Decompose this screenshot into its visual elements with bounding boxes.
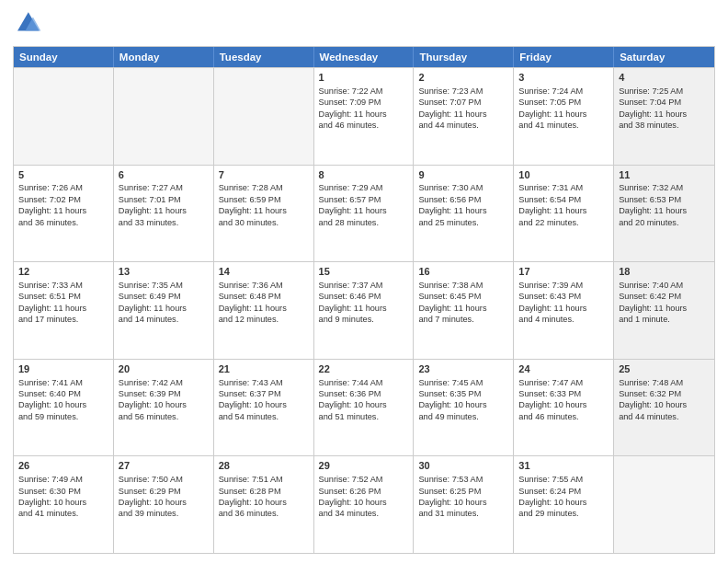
header bbox=[13, 9, 715, 39]
cell-line: and 59 minutes. bbox=[18, 411, 108, 422]
cell-line: Sunset: 6:48 PM bbox=[219, 291, 309, 302]
cell-line: and 39 minutes. bbox=[119, 508, 209, 519]
cell-line: Sunrise: 7:50 AM bbox=[119, 474, 209, 485]
cell-line: and 46 minutes. bbox=[518, 411, 609, 422]
day-number: 30 bbox=[418, 459, 508, 473]
cell-line: Sunrise: 7:33 AM bbox=[18, 280, 108, 291]
calendar-cell-13: 13Sunrise: 7:35 AMSunset: 6:49 PMDayligh… bbox=[114, 262, 214, 359]
cell-line: Sunrise: 7:32 AM bbox=[619, 182, 710, 193]
cell-line: and 25 minutes. bbox=[418, 217, 508, 228]
header-day-saturday: Saturday bbox=[614, 47, 714, 67]
cell-line: Sunset: 6:24 PM bbox=[518, 486, 609, 497]
cell-line: Daylight: 10 hours bbox=[418, 497, 508, 508]
cell-line: Sunrise: 7:28 AM bbox=[219, 182, 309, 193]
calendar-cell-26: 26Sunrise: 7:49 AMSunset: 6:30 PMDayligh… bbox=[14, 456, 114, 553]
cell-line: Daylight: 10 hours bbox=[418, 399, 508, 410]
day-number: 24 bbox=[518, 362, 609, 376]
cell-line: Sunrise: 7:44 AM bbox=[319, 377, 409, 388]
calendar-cell-29: 29Sunrise: 7:52 AMSunset: 6:26 PMDayligh… bbox=[314, 456, 415, 553]
day-number: 9 bbox=[418, 168, 508, 182]
calendar-cell-12: 12Sunrise: 7:33 AMSunset: 6:51 PMDayligh… bbox=[14, 262, 114, 359]
cell-line: and 12 minutes. bbox=[219, 314, 309, 325]
cell-line: Sunrise: 7:22 AM bbox=[319, 86, 409, 97]
cell-line: Daylight: 11 hours bbox=[619, 303, 710, 314]
cell-line: Daylight: 11 hours bbox=[518, 109, 609, 120]
calendar-cell-3: 3Sunrise: 7:24 AMSunset: 7:05 PMDaylight… bbox=[514, 68, 614, 165]
cell-line: and 9 minutes. bbox=[319, 314, 409, 325]
day-number: 1 bbox=[319, 71, 409, 85]
calendar-row-2: 12Sunrise: 7:33 AMSunset: 6:51 PMDayligh… bbox=[14, 261, 714, 359]
cell-line: Daylight: 10 hours bbox=[219, 497, 309, 508]
cell-line: and 30 minutes. bbox=[219, 217, 309, 228]
calendar-cell-21: 21Sunrise: 7:43 AMSunset: 6:37 PMDayligh… bbox=[214, 360, 314, 456]
calendar-cell-24: 24Sunrise: 7:47 AMSunset: 6:33 PMDayligh… bbox=[514, 360, 614, 456]
day-number: 26 bbox=[18, 459, 108, 473]
cell-line: and 44 minutes. bbox=[418, 120, 508, 131]
cell-line: Sunset: 6:57 PM bbox=[319, 194, 409, 205]
day-number: 5 bbox=[18, 168, 108, 182]
cell-line: Sunrise: 7:27 AM bbox=[119, 182, 209, 193]
cell-line: Sunrise: 7:35 AM bbox=[119, 280, 209, 291]
cell-line: Daylight: 11 hours bbox=[219, 303, 309, 314]
day-number: 7 bbox=[219, 168, 309, 182]
calendar-cell-19: 19Sunrise: 7:41 AMSunset: 6:40 PMDayligh… bbox=[14, 360, 114, 456]
day-number: 16 bbox=[418, 265, 508, 279]
cell-line: Sunrise: 7:38 AM bbox=[418, 280, 508, 291]
cell-line: Daylight: 11 hours bbox=[418, 205, 508, 216]
calendar-row-0: 1Sunrise: 7:22 AMSunset: 7:09 PMDaylight… bbox=[14, 67, 714, 165]
cell-line: Daylight: 10 hours bbox=[619, 399, 710, 410]
calendar-cell-2: 2Sunrise: 7:23 AMSunset: 7:07 PMDaylight… bbox=[414, 68, 514, 165]
calendar-cell-17: 17Sunrise: 7:39 AMSunset: 6:43 PMDayligh… bbox=[514, 262, 614, 359]
day-number: 23 bbox=[418, 362, 508, 376]
cell-line: Daylight: 10 hours bbox=[18, 399, 108, 410]
cell-line: and 34 minutes. bbox=[319, 508, 409, 519]
cell-line: Daylight: 10 hours bbox=[518, 399, 609, 410]
day-number: 20 bbox=[119, 362, 209, 376]
calendar-body: 1Sunrise: 7:22 AMSunset: 7:09 PMDaylight… bbox=[14, 67, 714, 553]
cell-line: Sunset: 6:36 PM bbox=[319, 388, 409, 399]
cell-line: and 14 minutes. bbox=[119, 314, 209, 325]
day-number: 21 bbox=[219, 362, 309, 376]
cell-line: Daylight: 10 hours bbox=[219, 399, 309, 410]
cell-line: and 44 minutes. bbox=[619, 411, 710, 422]
cell-line: Daylight: 11 hours bbox=[619, 109, 710, 120]
day-number: 27 bbox=[119, 459, 209, 473]
day-number: 17 bbox=[518, 265, 609, 279]
calendar-cell-15: 15Sunrise: 7:37 AMSunset: 6:46 PMDayligh… bbox=[314, 262, 415, 359]
cell-line: and 28 minutes. bbox=[319, 217, 409, 228]
calendar-row-1: 5Sunrise: 7:26 AMSunset: 7:02 PMDaylight… bbox=[14, 165, 714, 262]
day-number: 15 bbox=[319, 265, 409, 279]
cell-line: Daylight: 11 hours bbox=[518, 303, 609, 314]
day-number: 13 bbox=[119, 265, 209, 279]
calendar-cell-14: 14Sunrise: 7:36 AMSunset: 6:48 PMDayligh… bbox=[214, 262, 314, 359]
logo-icon bbox=[13, 9, 42, 39]
cell-line: Daylight: 11 hours bbox=[119, 303, 209, 314]
cell-line: Sunset: 7:09 PM bbox=[319, 97, 409, 108]
calendar-cell-empty-4-6 bbox=[614, 456, 714, 553]
header-day-tuesday: Tuesday bbox=[214, 47, 314, 67]
cell-line: and 41 minutes. bbox=[518, 120, 609, 131]
calendar-cell-23: 23Sunrise: 7:45 AMSunset: 6:35 PMDayligh… bbox=[414, 360, 514, 456]
cell-line: Sunset: 6:32 PM bbox=[619, 388, 710, 399]
calendar-cell-11: 11Sunrise: 7:32 AMSunset: 6:53 PMDayligh… bbox=[614, 166, 714, 262]
cell-line: Daylight: 10 hours bbox=[518, 497, 609, 508]
day-number: 28 bbox=[219, 459, 309, 473]
cell-line: Daylight: 10 hours bbox=[319, 497, 409, 508]
cell-line: Daylight: 10 hours bbox=[119, 399, 209, 410]
cell-line: and 20 minutes. bbox=[619, 217, 710, 228]
page: SundayMondayTuesdayWednesdayThursdayFrid… bbox=[0, 0, 728, 563]
calendar: SundayMondayTuesdayWednesdayThursdayFrid… bbox=[13, 46, 715, 554]
cell-line: Daylight: 11 hours bbox=[418, 303, 508, 314]
day-number: 18 bbox=[619, 265, 710, 279]
cell-line: Sunset: 6:35 PM bbox=[418, 388, 508, 399]
cell-line: Daylight: 11 hours bbox=[219, 205, 309, 216]
cell-line: Sunset: 6:39 PM bbox=[119, 388, 209, 399]
day-number: 22 bbox=[319, 362, 409, 376]
cell-line: Sunset: 6:28 PM bbox=[219, 486, 309, 497]
cell-line: Sunset: 6:25 PM bbox=[418, 486, 508, 497]
cell-line: Sunrise: 7:39 AM bbox=[518, 280, 609, 291]
cell-line: Sunrise: 7:30 AM bbox=[418, 182, 508, 193]
calendar-cell-8: 8Sunrise: 7:29 AMSunset: 6:57 PMDaylight… bbox=[314, 166, 415, 262]
cell-line: and 36 minutes. bbox=[219, 508, 309, 519]
calendar-cell-empty-0-0 bbox=[14, 68, 114, 165]
